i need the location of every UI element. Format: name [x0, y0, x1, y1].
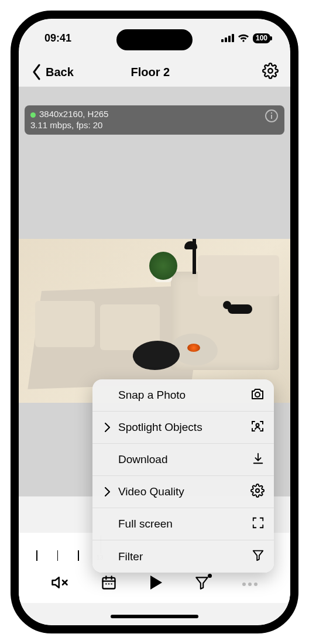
- svg-point-25: [256, 489, 259, 492]
- menu-spotlight-objects[interactable]: Spotlight Objects: [92, 412, 274, 444]
- chevron-right-icon: [102, 423, 112, 432]
- menu-snap-photo[interactable]: Snap a Photo: [92, 379, 274, 412]
- stream-bitrate: 3.11 mbps, fps: 20: [30, 120, 108, 131]
- svg-point-24: [256, 423, 259, 426]
- menu-full-screen[interactable]: Full screen: [92, 508, 274, 540]
- svg-point-23: [255, 392, 260, 397]
- filter-toolbar-button[interactable]: [194, 575, 210, 592]
- speaker-muted-icon: [51, 574, 68, 591]
- filter-icon: [252, 549, 265, 564]
- camera-live-view[interactable]: [19, 239, 290, 403]
- info-button[interactable]: [265, 109, 279, 125]
- status-indicators: 100: [221, 33, 270, 43]
- svg-point-22: [254, 583, 258, 586]
- svg-point-20: [242, 583, 246, 586]
- menu-video-quality[interactable]: Video Quality: [92, 476, 274, 508]
- svg-rect-0: [221, 39, 224, 42]
- play-button[interactable]: [149, 575, 163, 592]
- mute-button[interactable]: [51, 574, 68, 594]
- svg-rect-3: [232, 34, 234, 42]
- menu-item-label: Spotlight Objects: [118, 421, 245, 434]
- svg-rect-2: [228, 36, 231, 42]
- filter-icon: [194, 575, 210, 590]
- gear-icon: [262, 63, 279, 79]
- cat-object: [228, 304, 252, 314]
- menu-item-label: Download: [118, 453, 246, 466]
- stream-info-overlay: 3840x2160, H265 3.11 mbps, fps: 20: [25, 105, 284, 135]
- phone-frame: 09:41 100: [11, 11, 298, 633]
- svg-point-21: [248, 583, 252, 586]
- room-illustration: [19, 239, 290, 403]
- chevron-right-icon: [102, 487, 112, 496]
- dynamic-island: [116, 29, 193, 50]
- play-icon: [149, 575, 163, 590]
- status-dot-icon: [30, 112, 36, 118]
- menu-filter[interactable]: Filter: [92, 540, 274, 573]
- svg-rect-1: [225, 37, 227, 42]
- menu-item-label: Video Quality: [118, 485, 245, 498]
- svg-point-7: [271, 112, 272, 114]
- menu-item-label: Snap a Photo: [118, 389, 245, 402]
- device-mockup: 09:41 100: [0, 0, 309, 644]
- menu-item-label: Full screen: [118, 518, 246, 530]
- wifi-icon: [238, 34, 249, 42]
- menu-item-label: Filter: [118, 550, 246, 563]
- stream-resolution: 3840x2160, H265: [30, 109, 108, 120]
- svg-marker-19: [197, 577, 208, 589]
- home-indicator[interactable]: [111, 615, 198, 618]
- camera-icon: [250, 388, 265, 403]
- status-time: 09:41: [44, 32, 71, 44]
- filter-active-dot-icon: [208, 574, 212, 578]
- scan-icon: [250, 419, 265, 436]
- calendar-icon: [101, 574, 117, 591]
- svg-marker-8: [53, 577, 59, 588]
- fullscreen-icon: [252, 516, 265, 532]
- context-menu: Snap a Photo Spotlight Objects: [92, 379, 274, 573]
- download-icon: [252, 452, 265, 468]
- more-button[interactable]: [242, 581, 258, 587]
- screen: 09:41 100: [19, 19, 290, 625]
- svg-rect-11: [102, 578, 115, 589]
- nav-bar: Back Floor 2: [19, 57, 290, 87]
- more-icon: [242, 582, 258, 587]
- settings-button[interactable]: [262, 63, 279, 81]
- calendar-button[interactable]: [101, 574, 117, 593]
- info-icon: [265, 109, 279, 123]
- cellular-icon: [221, 34, 234, 42]
- gear-icon: [250, 484, 265, 501]
- battery-icon: 100: [253, 33, 270, 43]
- menu-download[interactable]: Download: [92, 444, 274, 476]
- svg-marker-18: [150, 576, 162, 590]
- svg-marker-26: [253, 551, 263, 561]
- page-title: Floor 2: [39, 66, 262, 79]
- svg-point-4: [268, 68, 272, 73]
